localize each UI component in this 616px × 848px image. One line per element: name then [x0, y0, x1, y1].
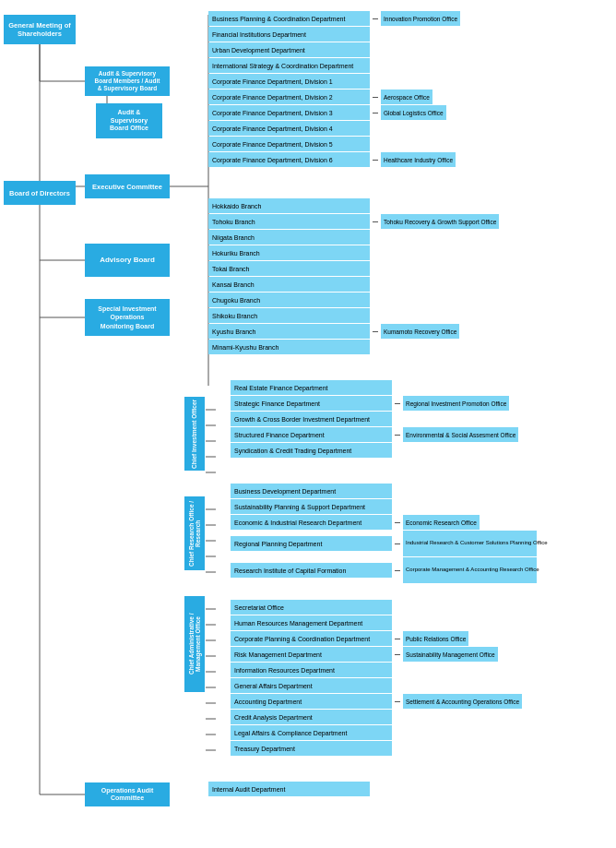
dept-row-10: Hokkaido Branch [208, 198, 537, 213]
sub-box-21: Regional Investment Promotion Office [403, 396, 509, 411]
dept-row-17: Shikoku Branch [208, 308, 537, 323]
dept-row-29: Research Institute of Capital Formation … [231, 557, 537, 583]
sub-box-27: Economic Research Office [403, 515, 480, 530]
dept-box-22: Growth & Cross Border Investment Departm… [231, 412, 392, 426]
chief-research-label: Chief Research Office / Research [188, 496, 201, 570]
dept-box-4: Corporate Finance Department, Division 1 [208, 74, 370, 89]
exec-committee-label: Executive Committee [92, 183, 162, 191]
dept-box-0: Business Planning & Coordination Departm… [208, 11, 370, 26]
dept-box-23: Structured Finance Department [231, 427, 392, 442]
dept-row-33: Risk Management Department Sustainabilit… [231, 647, 537, 662]
sub-box-29: Corporate Management & Accounting Resear… [403, 557, 537, 583]
dept-box-8: Corporate Finance Department, Division 5 [208, 137, 370, 151]
chief-research-box: Chief Research Office / Research [184, 496, 205, 570]
dept-row-27: Economic & Industrial Research Departmen… [231, 515, 537, 530]
dept-box-40: Internal Audit Department [208, 782, 370, 796]
dept-box-35: General Affairs Department [231, 678, 392, 693]
dept-row-30: Secretariat Office [231, 600, 537, 615]
audit-office-label: Audit & Supervisory Board Office [110, 109, 148, 132]
sub-box-28: Industrial Research & Customer Solutions… [403, 531, 537, 556]
dept-row-35: General Affairs Department [231, 678, 537, 693]
dept-box-17: Shikoku Branch [208, 308, 370, 323]
sub-box-5: Aerospace Office [381, 90, 432, 104]
sub-box-33: Sustainability Management Office [403, 647, 498, 662]
dept-row-20: Real Estate Finance Department [231, 380, 537, 395]
dept-row-37: Credit Analysis Department [231, 710, 537, 724]
dept-box-15: Kansai Branch [208, 277, 370, 292]
dept-box-36: Accounting Department [231, 694, 392, 709]
dept-box-29: Research Institute of Capital Formation [231, 563, 392, 578]
dept-row-19: Minami-Kyushu Branch [208, 340, 537, 354]
audit-supervisory-box: Audit & Supervisory Board Members / Audi… [85, 66, 170, 96]
dept-row-14: Tokai Branch [208, 261, 537, 276]
gen-meeting-label: General Meeting of Shareholders [8, 21, 71, 38]
dept-box-38: Legal Affairs & Compliance Department [231, 725, 392, 740]
special-investment-box: Special Investment Operations Monitoring… [85, 299, 170, 336]
dept-box-12: Niigata Branch [208, 230, 370, 245]
advisory-board-box: Advisory Board [85, 244, 170, 277]
dept-box-27: Economic & Industrial Research Departmen… [231, 515, 392, 530]
dept-box-34: Information Resources Department [231, 663, 392, 677]
dept-row-40: Internal Audit Department [208, 782, 537, 796]
dept-row-11: Tohoku Branch Tohoku Recovery & Growth S… [208, 214, 537, 229]
dept-box-1: Financial Institutions Department [208, 27, 370, 42]
dept-row-39: Treasury Department [231, 741, 537, 756]
dept-box-18: Kyushu Branch [208, 324, 370, 339]
board-directors-box: Board of Directors [4, 181, 76, 205]
board-directors-label: Board of Directors [9, 189, 70, 197]
chief-mgmt-label: Chief Administrative / Management Office [188, 596, 201, 692]
dept-row-15: Kansai Branch [208, 277, 537, 292]
dept-box-16: Chugoku Branch [208, 293, 370, 307]
dept-row-9: Corporate Finance Department, Division 6… [208, 152, 537, 167]
dept-box-39: Treasury Department [231, 741, 392, 756]
dept-row-12: Niigata Branch [208, 230, 537, 245]
sub-box-6: Global Logistics Office [381, 105, 446, 120]
dept-box-11: Tohoku Branch [208, 214, 370, 229]
dept-row-8: Corporate Finance Department, Division 5 [208, 137, 537, 151]
dept-row-18: Kyushu Branch Kumamoto Recovery Office [208, 324, 537, 339]
dept-box-32: Corporate Planning & Coordination Depart… [231, 631, 392, 646]
dept-box-30: Secretariat Office [231, 600, 392, 615]
dept-box-9: Corporate Finance Department, Division 6 [208, 152, 370, 167]
dept-box-37: Credit Analysis Department [231, 710, 392, 724]
audit-supervisory-label: Audit & Supervisory Board Members / Audi… [95, 70, 160, 91]
dept-row-26: Sustainability Planning & Support Depart… [231, 499, 537, 514]
dept-box-19: Minami-Kyushu Branch [208, 340, 370, 354]
dept-box-21: Strategic Finance Department [231, 396, 392, 411]
dept-row-38: Legal Affairs & Compliance Department [231, 725, 537, 740]
dept-row-23: Structured Finance Department Environmen… [231, 427, 537, 442]
sub-box-23: Environmental & Social Assesment Office [403, 427, 518, 442]
dept-row-32: Corporate Planning & Coordination Depart… [231, 631, 537, 646]
dept-row-25: Business Development Department [231, 484, 537, 498]
dept-box-31: Human Resources Management Department [231, 615, 392, 630]
dept-box-7: Corporate Finance Department, Division 4 [208, 121, 370, 136]
sub-box-9: Healthcare Industry Office [381, 152, 456, 167]
dept-box-33: Risk Management Department [231, 647, 392, 662]
operations-audit-box: Operations Audit Committee [85, 782, 170, 806]
gen-meeting-box: General Meeting of Shareholders [4, 15, 76, 44]
dept-box-10: Hokkaido Branch [208, 198, 370, 213]
chief-mgmt-box: Chief Administrative / Management Office [184, 596, 205, 692]
dept-row-31: Human Resources Management Department [231, 615, 537, 630]
chief-invest-label: Chief Investment Officer [191, 399, 197, 468]
departments-container: Business Planning & Coordination Departm… [208, 11, 537, 796]
dept-row-22: Growth & Cross Border Investment Departm… [231, 412, 537, 426]
sub-box-0: Innovation Promotion Office [381, 11, 460, 26]
dept-row-7: Corporate Finance Department, Division 4 [208, 121, 537, 136]
dept-row-21: Strategic Finance Department Regional In… [231, 396, 537, 411]
dept-row-1: Financial Institutions Department [208, 27, 537, 42]
dept-box-3: International Strategy & Coordination De… [208, 58, 370, 73]
dept-box-2: Urban Development Department [208, 42, 370, 57]
dept-row-24: Syndication & Credit Trading Department [231, 443, 537, 458]
operations-audit-label: Operations Audit Committee [101, 787, 154, 803]
dept-row-28: Regional Planning Department Industrial … [231, 531, 537, 556]
advisory-board-label: Advisory Board [100, 256, 155, 265]
dept-box-13: Hokuriku Branch [208, 245, 370, 260]
dept-row-2: Urban Development Department [208, 42, 537, 57]
dept-row-6: Corporate Finance Department, Division 3… [208, 105, 537, 120]
dept-box-5: Corporate Finance Department, Division 2 [208, 90, 370, 104]
sub-box-36: Settlement & Accounting Operations Offic… [403, 694, 522, 709]
dept-row-13: Hokuriku Branch [208, 245, 537, 260]
special-investment-label: Special Investment Operations Monitoring… [98, 305, 156, 329]
dept-row-3: International Strategy & Coordination De… [208, 58, 537, 73]
